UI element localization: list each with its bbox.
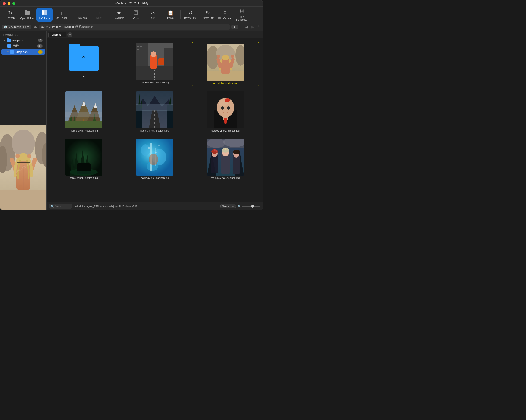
minimize-button[interactable]	[8, 2, 10, 5]
add-tab-button[interactable]: +	[67, 32, 72, 37]
svg-point-82	[221, 106, 224, 110]
path-up-button[interactable]: ↑	[239, 25, 243, 29]
grid-item-marek[interactable]: marek-piwn...nsplash.jpg	[50, 90, 117, 133]
copy-button[interactable]: Copy	[128, 8, 144, 21]
grid-item-label-vladislav1: vladislav-na...nsplash.jpg	[141, 176, 169, 179]
refresh-icon: ↻	[8, 10, 12, 16]
sidebar-top: FAVORITES ▶ unsplash 8 ▼ 图片 65 ▼	[0, 31, 46, 125]
folder-icon	[7, 39, 11, 42]
drive-label: Macintosh HD	[8, 25, 26, 29]
path-eject-button[interactable]: ⏏	[33, 24, 38, 29]
path-dropdown-button[interactable]: ▼	[231, 25, 238, 29]
favorites-button[interactable]: ★ Favorites	[111, 8, 127, 21]
maximize-button[interactable]	[12, 2, 15, 5]
rotate-right-button[interactable]: ↻ Rotate 90°	[200, 8, 216, 21]
rotate-left-icon: ↺	[188, 10, 193, 16]
path-text: /Users/sillyaboy/Downloads/图片/unsplash	[39, 24, 230, 29]
next-icon: →	[96, 10, 101, 16]
grid-item-label-vladislav2: vladislav-na...nsplash.jpg	[211, 176, 240, 179]
title-bar: zGallery 4.51 (Build 694) »	[0, 0, 263, 7]
content-area: unsplash + ↑ ..	[47, 31, 263, 210]
flip-horizontal-button[interactable]: Flip Horizontal	[234, 8, 250, 21]
svg-rect-108	[211, 155, 218, 173]
cut-button[interactable]: ✂ Cut	[145, 8, 161, 21]
svg-point-51	[217, 55, 220, 58]
folder-icon-sub	[10, 50, 14, 54]
grid-item-up[interactable]: ↑ ..	[50, 42, 117, 86]
svg-rect-111	[221, 154, 230, 174]
up-folder-icon: ↑	[69, 46, 99, 71]
sidebar-item-unsplash-top[interactable]: ▶ unsplash 8	[1, 38, 45, 43]
sidebar-item-unsplash-sub[interactable]: ▼ unsplash 8	[1, 49, 45, 55]
zoom-slider[interactable]	[242, 206, 261, 207]
svg-rect-64	[83, 119, 84, 121]
paste-icon: 📋	[167, 10, 174, 16]
path-favorite-button[interactable]: ☆	[256, 24, 261, 30]
svg-rect-94	[77, 171, 91, 174]
path-bar: 💿 Macintosh HD ▼ ⏏ /Users/sillyaboy/Down…	[0, 23, 263, 31]
copy-icon	[134, 10, 139, 16]
grid-item-sonia[interactable]: sonia-dauer...nsplash.jpg	[50, 137, 117, 181]
up-folder-button[interactable]: ↑ Up Folder	[53, 8, 70, 21]
grid-item-label-joel: joel-barwick...nsplash.jpg	[141, 81, 169, 84]
photo-thumb-naga	[136, 91, 173, 128]
svg-point-96	[141, 144, 150, 156]
sidebar-item-images[interactable]: ▼ 图片 65	[1, 43, 45, 49]
drive-selector[interactable]: 💿 Macintosh HD ▼	[2, 25, 31, 29]
svg-point-121	[207, 138, 225, 148]
grid-item-sergey[interactable]: sergey-vino...nsplash.jpg	[192, 90, 259, 133]
up-arrow-icon: ↑	[81, 52, 87, 65]
path-back-button[interactable]: ◀	[244, 24, 249, 29]
preview-pane: macdo.cn	[0, 125, 47, 210]
grid-item-josh[interactable]: josh-duke-...splash.jpg	[192, 42, 259, 86]
grid-item-naga[interactable]: naga-a-vYQ...nsplash.jpg	[121, 90, 188, 133]
sidebar-badge: 8	[38, 39, 43, 42]
zoom-minus-icon[interactable]: 🔍	[238, 205, 241, 208]
svg-point-103	[155, 152, 156, 153]
svg-marker-11	[223, 12, 226, 14]
open-folder-button[interactable]: Open Folder	[19, 8, 35, 21]
grid-item-label-sonia: sonia-dauer...nsplash.jpg	[70, 176, 98, 179]
svg-rect-20	[0, 190, 47, 210]
grid-item-vladislav2[interactable]: vladislav-na...nsplash.jpg	[192, 137, 259, 181]
open-folder-icon	[25, 10, 30, 16]
svg-rect-40	[137, 49, 139, 50]
grid-item-label-josh: josh-duke-...splash.jpg	[213, 82, 238, 84]
search-box[interactable]: 🔍 Search	[49, 204, 72, 209]
photo-thumb-josh	[207, 44, 244, 81]
svg-marker-12	[240, 10, 242, 13]
expand-icon[interactable]: »	[258, 2, 260, 5]
grid-item-vladislav1[interactable]: vladislav-na...nsplash.jpg	[121, 137, 188, 181]
svg-point-52	[231, 55, 234, 58]
refresh-button[interactable]: ↻ Refresh	[2, 8, 18, 21]
tabs-bar: unsplash +	[47, 31, 263, 38]
up-folder-icon: ↑	[61, 10, 63, 16]
grid-item-joel[interactable]: joel-barwick...nsplash.jpg	[121, 42, 188, 86]
sidebar: FAVORITES ▶ unsplash 8 ▼ 图片 65 ▼	[0, 31, 47, 210]
photo-thumb-marek	[65, 91, 102, 128]
svg-rect-59	[65, 121, 102, 128]
svg-point-81	[224, 98, 230, 102]
next-button[interactable]: → Next	[91, 8, 107, 21]
svg-marker-10	[223, 11, 226, 12]
previous-button[interactable]: ← Previous	[74, 8, 90, 21]
tab-unsplash[interactable]: unsplash	[48, 32, 66, 37]
svg-point-116	[233, 150, 240, 154]
svg-point-101	[149, 154, 158, 165]
svg-rect-37	[164, 48, 173, 66]
flip-vertical-icon	[222, 10, 227, 16]
grid-item-label-marek: marek-piwn...nsplash.jpg	[70, 129, 98, 132]
zoom-thumb	[251, 205, 254, 208]
sort-selector[interactable]: Name ↑ ▼	[220, 204, 236, 208]
rotate-left-button[interactable]: ↺ Rotate -90°	[182, 8, 199, 21]
flip-vertical-button[interactable]: Flip Vertical	[217, 8, 233, 21]
grid-item-label-up: ..	[83, 74, 84, 77]
svg-point-28	[15, 154, 20, 158]
sidebar-section-label: FAVORITES	[0, 31, 46, 37]
close-button[interactable]	[3, 2, 6, 5]
path-forward-button[interactable]: ▶	[250, 24, 255, 29]
toolbar-separator-3	[180, 10, 181, 20]
search-placeholder: Search	[55, 205, 63, 208]
left-pane-button[interactable]: Left Pane	[36, 8, 52, 21]
paste-button[interactable]: 📋 Paste	[162, 8, 179, 21]
